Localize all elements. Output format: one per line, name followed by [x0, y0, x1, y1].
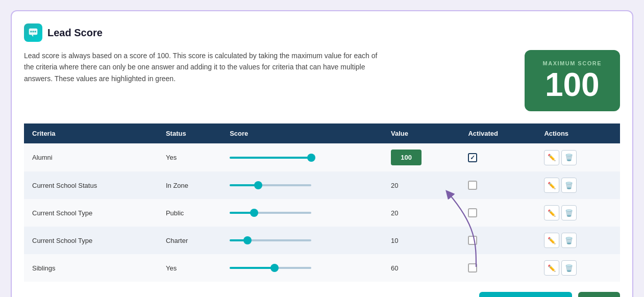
add-lead-score-button[interactable]: ≡+ ADD LEAD SCORE [479, 292, 572, 297]
cell-criteria: Current School Type [24, 227, 158, 254]
cell-status: Yes [158, 143, 221, 171]
card-header: Lead Score [24, 23, 620, 42]
app-icon [24, 23, 42, 42]
delete-button[interactable]: 🗑️ [561, 150, 577, 165]
cell-actions: ✏️🗑️ [536, 199, 620, 227]
table-row: Current School StatusIn Zone20✏️🗑️ [24, 171, 620, 199]
cell-criteria: Current School Status [24, 171, 158, 199]
checkbox[interactable] [468, 263, 477, 273]
checkbox[interactable] [468, 236, 477, 245]
cell-score[interactable] [221, 199, 383, 227]
lead-score-card: Lead Score Lead score is always based on… [11, 10, 633, 297]
cell-value: 10 [383, 227, 460, 254]
table-row: Current School TypePublic20✏️🗑️ [24, 199, 620, 227]
col-score: Score [221, 123, 383, 143]
col-activated: Activated [460, 123, 536, 143]
delete-button[interactable]: 🗑️ [561, 205, 577, 220]
save-button[interactable]: SAVE [578, 292, 620, 297]
table-row: AlumniYes100✏️🗑️ [24, 143, 620, 171]
delete-button[interactable]: 🗑️ [561, 178, 577, 193]
cell-activated[interactable] [460, 254, 536, 282]
cell-score[interactable] [221, 227, 383, 254]
checkbox[interactable] [468, 153, 477, 162]
delete-button[interactable]: 🗑️ [561, 233, 577, 248]
cell-value: 60 [383, 254, 460, 282]
cell-criteria: Current School Type [24, 199, 158, 227]
edit-button[interactable]: ✏️ [544, 233, 559, 248]
cell-actions: ✏️🗑️ [536, 143, 620, 171]
col-criteria: Criteria [24, 123, 158, 143]
col-status: Status [158, 123, 221, 143]
checkbox[interactable] [468, 208, 477, 217]
cell-actions: ✏️🗑️ [536, 171, 620, 199]
cell-activated[interactable] [460, 171, 536, 199]
cell-status: Public [158, 199, 221, 227]
cell-activated[interactable] [460, 227, 536, 254]
cell-status: Charter [158, 227, 221, 254]
cell-actions: ✏️🗑️ [536, 227, 620, 254]
cell-value: 20 [383, 171, 460, 199]
edit-button[interactable]: ✏️ [544, 260, 559, 276]
col-actions: Actions [536, 123, 620, 143]
max-score-label: MAXIMUM SCORE [543, 60, 602, 66]
cell-status: In Zone [158, 171, 221, 199]
edit-button[interactable]: ✏️ [544, 205, 559, 220]
cell-score[interactable] [221, 143, 383, 171]
cell-status: Yes [158, 254, 221, 282]
footer-row: ≡+ ADD LEAD SCORE SAVE [24, 292, 620, 297]
cell-score[interactable] [221, 171, 383, 199]
description-text: Lead score is always based on a score of… [24, 50, 381, 84]
table-header-row: Criteria Status Score Value Activated Ac… [24, 123, 620, 143]
svg-point-1 [30, 31, 32, 32]
max-score-box: MAXIMUM SCORE 100 [525, 50, 620, 111]
cell-actions: ✏️🗑️ [536, 254, 620, 282]
table-row: Current School TypeCharter10✏️🗑️ [24, 227, 620, 254]
svg-point-3 [35, 31, 36, 32]
edit-button[interactable]: ✏️ [544, 178, 559, 193]
cell-score[interactable] [221, 254, 383, 282]
checkbox[interactable] [468, 181, 477, 190]
criteria-table: Criteria Status Score Value Activated Ac… [24, 123, 620, 282]
page-title: Lead Score [47, 27, 103, 39]
cell-value: 20 [383, 199, 460, 227]
table-row: SiblingsYes60✏️🗑️ [24, 254, 620, 282]
delete-button[interactable]: 🗑️ [561, 260, 577, 276]
cell-value: 100 [383, 143, 460, 171]
svg-point-2 [32, 31, 34, 32]
description-section: Lead score is always based on a score of… [24, 50, 620, 111]
cell-criteria: Alumni [24, 143, 158, 171]
max-score-value: 100 [543, 68, 602, 101]
cell-activated[interactable] [460, 199, 536, 227]
col-value: Value [383, 123, 460, 143]
edit-button[interactable]: ✏️ [544, 150, 559, 165]
cell-activated[interactable] [460, 143, 536, 171]
cell-criteria: Siblings [24, 254, 158, 282]
